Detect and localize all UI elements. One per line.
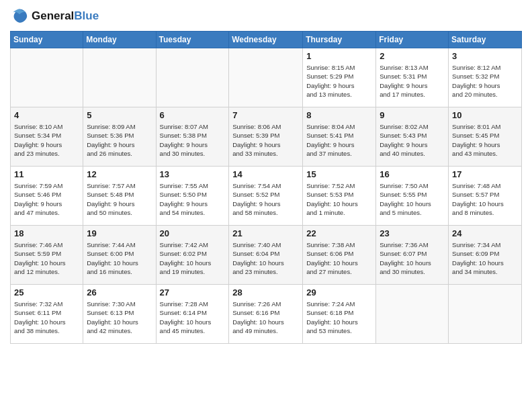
day-number: 12	[87, 169, 152, 179]
calendar-header-row: SundayMondayTuesdayWednesdayThursdayFrid…	[11, 32, 522, 48]
day-number: 26	[87, 287, 152, 298]
day-detail: Sunrise: 8:01 AM Sunset: 5:45 PM Dayligh…	[452, 122, 518, 158]
calendar-cell: 28Sunrise: 7:26 AM Sunset: 6:16 PM Dayli…	[229, 285, 303, 344]
calendar-table: SundayMondayTuesdayWednesdayThursdayFrid…	[10, 31, 522, 344]
day-number: 4	[14, 110, 79, 120]
day-number: 16	[380, 169, 445, 179]
calendar-cell: 10Sunrise: 8:01 AM Sunset: 5:45 PM Dayli…	[449, 107, 522, 167]
calendar-cell	[449, 285, 522, 344]
day-number: 14	[232, 169, 299, 179]
day-detail: Sunrise: 8:12 AM Sunset: 5:32 PM Dayligh…	[452, 63, 518, 99]
calendar-cell: 25Sunrise: 7:32 AM Sunset: 6:11 PM Dayli…	[11, 285, 83, 344]
day-detail: Sunrise: 8:02 AM Sunset: 5:43 PM Dayligh…	[380, 122, 445, 158]
day-number: 22	[306, 228, 372, 238]
day-detail: Sunrise: 7:42 AM Sunset: 6:02 PM Dayligh…	[160, 240, 226, 276]
calendar-cell: 18Sunrise: 7:46 AM Sunset: 5:59 PM Dayli…	[11, 226, 83, 285]
day-detail: Sunrise: 7:40 AM Sunset: 6:04 PM Dayligh…	[232, 240, 299, 276]
day-detail: Sunrise: 7:55 AM Sunset: 5:50 PM Dayligh…	[160, 181, 226, 217]
calendar-week-row: 1Sunrise: 8:15 AM Sunset: 5:29 PM Daylig…	[11, 48, 522, 107]
day-detail: Sunrise: 8:07 AM Sunset: 5:38 PM Dayligh…	[160, 122, 226, 158]
day-number: 1	[306, 51, 372, 61]
day-detail: Sunrise: 7:57 AM Sunset: 5:48 PM Dayligh…	[87, 181, 152, 217]
day-detail: Sunrise: 7:54 AM Sunset: 5:52 PM Dayligh…	[232, 181, 299, 217]
day-detail: Sunrise: 7:24 AM Sunset: 6:18 PM Dayligh…	[306, 300, 372, 335]
day-detail: Sunrise: 8:09 AM Sunset: 5:36 PM Dayligh…	[87, 122, 152, 158]
calendar-cell: 17Sunrise: 7:48 AM Sunset: 5:57 PM Dayli…	[449, 167, 522, 226]
header-tuesday: Tuesday	[156, 32, 229, 48]
day-detail: Sunrise: 8:04 AM Sunset: 5:41 PM Dayligh…	[306, 122, 372, 158]
calendar-week-row: 18Sunrise: 7:46 AM Sunset: 5:59 PM Dayli…	[11, 226, 522, 285]
day-number: 24	[452, 228, 518, 238]
day-number: 20	[160, 228, 226, 238]
calendar-cell: 12Sunrise: 7:57 AM Sunset: 5:48 PM Dayli…	[83, 167, 156, 226]
day-number: 17	[452, 169, 518, 179]
day-number: 9	[380, 110, 445, 120]
day-detail: Sunrise: 7:34 AM Sunset: 6:09 PM Dayligh…	[452, 240, 518, 276]
day-number: 3	[452, 51, 518, 61]
day-detail: Sunrise: 7:52 AM Sunset: 5:53 PM Dayligh…	[306, 181, 372, 217]
calendar-cell	[156, 48, 229, 107]
day-number: 25	[14, 287, 79, 298]
calendar-cell: 24Sunrise: 7:34 AM Sunset: 6:09 PM Dayli…	[449, 226, 522, 285]
calendar-cell: 23Sunrise: 7:36 AM Sunset: 6:07 PM Dayli…	[376, 226, 449, 285]
day-detail: Sunrise: 8:06 AM Sunset: 5:39 PM Dayligh…	[232, 122, 299, 158]
calendar-cell: 16Sunrise: 7:50 AM Sunset: 5:55 PM Dayli…	[376, 167, 449, 226]
calendar-cell	[376, 285, 449, 344]
logo-text: GeneralBlue	[32, 10, 99, 23]
day-number: 29	[306, 287, 372, 298]
day-number: 10	[452, 110, 518, 120]
calendar-cell: 13Sunrise: 7:55 AM Sunset: 5:50 PM Dayli…	[156, 167, 229, 226]
logo: GeneralBlue	[10, 7, 99, 26]
day-detail: Sunrise: 8:15 AM Sunset: 5:29 PM Dayligh…	[306, 63, 372, 99]
calendar-week-row: 25Sunrise: 7:32 AM Sunset: 6:11 PM Dayli…	[11, 285, 522, 344]
calendar-cell: 7Sunrise: 8:06 AM Sunset: 5:39 PM Daylig…	[229, 107, 303, 167]
header-wednesday: Wednesday	[229, 32, 303, 48]
day-number: 27	[160, 287, 226, 298]
logo-icon	[10, 7, 29, 26]
day-number: 11	[14, 169, 79, 179]
day-detail: Sunrise: 7:50 AM Sunset: 5:55 PM Dayligh…	[380, 181, 445, 217]
calendar-week-row: 4Sunrise: 8:10 AM Sunset: 5:34 PM Daylig…	[11, 107, 522, 167]
day-number: 23	[380, 228, 445, 238]
calendar-cell: 2Sunrise: 8:13 AM Sunset: 5:31 PM Daylig…	[376, 48, 449, 107]
header-friday: Friday	[376, 32, 449, 48]
page-header: GeneralBlue	[10, 7, 522, 26]
day-detail: Sunrise: 8:10 AM Sunset: 5:34 PM Dayligh…	[14, 122, 79, 158]
day-detail: Sunrise: 7:46 AM Sunset: 5:59 PM Dayligh…	[14, 240, 79, 276]
day-number: 18	[14, 228, 79, 238]
day-number: 2	[380, 51, 445, 61]
day-number: 13	[160, 169, 226, 179]
day-detail: Sunrise: 7:32 AM Sunset: 6:11 PM Dayligh…	[14, 300, 79, 335]
day-detail: Sunrise: 7:30 AM Sunset: 6:13 PM Dayligh…	[87, 300, 152, 335]
calendar-cell: 27Sunrise: 7:28 AM Sunset: 6:14 PM Dayli…	[156, 285, 229, 344]
day-number: 5	[87, 110, 152, 120]
header-sunday: Sunday	[11, 32, 83, 48]
day-number: 19	[87, 228, 152, 238]
day-detail: Sunrise: 7:36 AM Sunset: 6:07 PM Dayligh…	[380, 240, 445, 276]
header-monday: Monday	[83, 32, 156, 48]
day-number: 15	[306, 169, 372, 179]
calendar-cell: 11Sunrise: 7:59 AM Sunset: 5:46 PM Dayli…	[11, 167, 83, 226]
calendar-cell: 26Sunrise: 7:30 AM Sunset: 6:13 PM Dayli…	[83, 285, 156, 344]
day-detail: Sunrise: 7:38 AM Sunset: 6:06 PM Dayligh…	[306, 240, 372, 276]
calendar-cell: 21Sunrise: 7:40 AM Sunset: 6:04 PM Dayli…	[229, 226, 303, 285]
calendar-cell: 8Sunrise: 8:04 AM Sunset: 5:41 PM Daylig…	[303, 107, 376, 167]
header-thursday: Thursday	[303, 32, 376, 48]
calendar-cell: 14Sunrise: 7:54 AM Sunset: 5:52 PM Dayli…	[229, 167, 303, 226]
header-saturday: Saturday	[449, 32, 522, 48]
day-detail: Sunrise: 7:28 AM Sunset: 6:14 PM Dayligh…	[160, 300, 226, 335]
calendar-cell: 22Sunrise: 7:38 AM Sunset: 6:06 PM Dayli…	[303, 226, 376, 285]
calendar-cell: 6Sunrise: 8:07 AM Sunset: 5:38 PM Daylig…	[156, 107, 229, 167]
day-number: 6	[160, 110, 226, 120]
day-number: 7	[232, 110, 299, 120]
calendar-cell: 1Sunrise: 8:15 AM Sunset: 5:29 PM Daylig…	[303, 48, 376, 107]
calendar-cell: 3Sunrise: 8:12 AM Sunset: 5:32 PM Daylig…	[449, 48, 522, 107]
day-number: 8	[306, 110, 372, 120]
day-detail: Sunrise: 7:48 AM Sunset: 5:57 PM Dayligh…	[452, 181, 518, 217]
calendar-cell: 19Sunrise: 7:44 AM Sunset: 6:00 PM Dayli…	[83, 226, 156, 285]
calendar-cell: 20Sunrise: 7:42 AM Sunset: 6:02 PM Dayli…	[156, 226, 229, 285]
day-number: 21	[232, 228, 299, 238]
calendar-cell	[83, 48, 156, 107]
calendar-cell	[11, 48, 83, 107]
day-detail: Sunrise: 8:13 AM Sunset: 5:31 PM Dayligh…	[380, 63, 445, 99]
